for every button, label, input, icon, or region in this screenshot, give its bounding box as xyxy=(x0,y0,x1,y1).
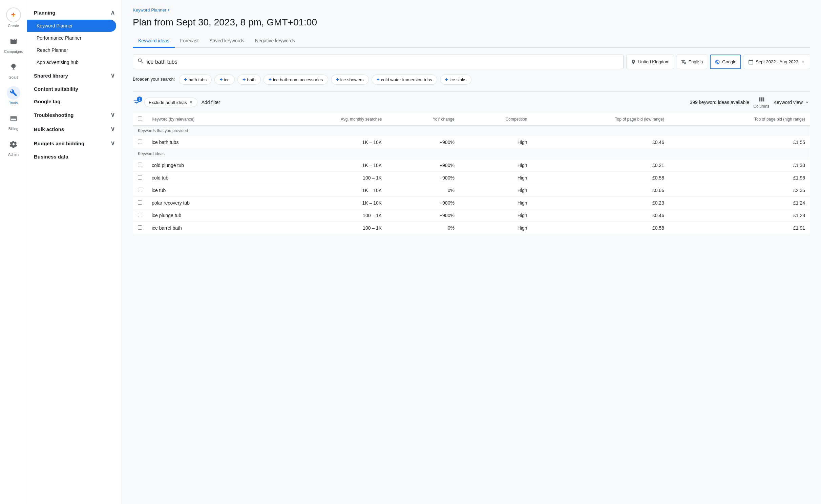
keyword-cell: polar recovery tub xyxy=(147,197,269,209)
add-filter-button[interactable]: Add filter xyxy=(202,100,220,105)
select-all-header[interactable] xyxy=(133,113,147,126)
keyword-cell: ice bath tubs xyxy=(147,136,269,149)
table-row: cold tub 100 – 1K +900% High £0.58 £1.96 xyxy=(133,172,810,184)
tools-nav[interactable]: Tools xyxy=(0,83,27,108)
tools-label: Tools xyxy=(9,101,18,105)
row-checkbox-cell[interactable] xyxy=(133,136,147,149)
reach-planner-item[interactable]: Reach Planner xyxy=(27,44,116,56)
select-all-checkbox[interactable] xyxy=(138,117,142,121)
tab-forecast[interactable]: Forecast xyxy=(175,35,204,48)
broaden-tag-bath-tubs[interactable]: +bath tubs xyxy=(179,75,212,85)
row-checkbox[interactable] xyxy=(138,188,142,192)
goals-label: Goals xyxy=(8,75,18,79)
shared-library-chevron: ∨ xyxy=(110,72,115,79)
bulk-actions-header[interactable]: Bulk actions ∨ xyxy=(27,122,122,136)
table-row: cold plunge tub 1K – 10K +900% High £0.2… xyxy=(133,159,810,172)
bid-high-cell: £2.35 xyxy=(669,184,810,197)
billing-label: Billing xyxy=(8,127,18,131)
yoy-header[interactable]: YoY change xyxy=(386,113,459,126)
provided-keywords-label: Keywords that you provided xyxy=(133,126,810,136)
budgets-bidding-section: Budgets and bidding ∨ xyxy=(27,136,122,150)
tab-saved-keywords[interactable]: Saved keywords xyxy=(204,35,250,48)
broaden-tag-ice-sinks[interactable]: +ice sinks xyxy=(440,75,471,85)
breadcrumb[interactable]: Keyword Planner › xyxy=(133,7,810,13)
google-tag-header[interactable]: Google tag xyxy=(27,95,122,108)
bid-high-cell: £1.96 xyxy=(669,172,810,184)
shared-library-header[interactable]: Shared library ∨ xyxy=(27,68,122,83)
bid-low-cell: £0.46 xyxy=(532,209,669,222)
bulk-actions-chevron: ∨ xyxy=(110,125,115,133)
close-chip-icon[interactable]: ✕ xyxy=(189,100,193,105)
planning-header[interactable]: Planning ∧ xyxy=(27,5,122,20)
language-filter[interactable]: English xyxy=(677,55,708,69)
avg-searches-cell: 1K – 10K xyxy=(269,136,386,149)
avg-searches-cell: 1K – 10K xyxy=(269,159,386,172)
keyword-planner-item[interactable]: Keyword Planner xyxy=(27,20,116,32)
bid-high-header[interactable]: Top of page bid (high range) xyxy=(669,113,810,126)
competition-header[interactable]: Competition xyxy=(459,113,532,126)
create-button[interactable]: + Create xyxy=(0,4,27,31)
app-advertising-item[interactable]: App advertising hub xyxy=(27,56,116,68)
competition-cell: High xyxy=(459,197,532,209)
table-toolbar: 1 Exclude adult ideas ✕ Add filter 399 k… xyxy=(133,91,810,113)
plus-icon: + xyxy=(219,77,223,83)
yoy-cell: 0% xyxy=(386,222,459,234)
date-range-filter[interactable]: Sept 2022 - Aug 2023 xyxy=(744,55,810,69)
plus-icon: + xyxy=(184,77,187,83)
bid-high-cell: £1.55 xyxy=(669,136,810,149)
business-data-header[interactable]: Business data xyxy=(27,150,122,163)
broaden-tag-bathroom-accessories[interactable]: +ice bathroom accessories xyxy=(264,75,328,85)
admin-nav[interactable]: Admin xyxy=(0,134,27,160)
tab-keyword-ideas[interactable]: Keyword ideas xyxy=(133,35,175,48)
broaden-tag-ice-showers[interactable]: +ice showers xyxy=(331,75,369,85)
bid-low-header[interactable]: Top of page bid (low range) xyxy=(532,113,669,126)
bid-high-cell: £1.24 xyxy=(669,197,810,209)
content-suitability-header[interactable]: Content suitability xyxy=(27,83,122,95)
row-checkbox[interactable] xyxy=(138,225,142,230)
keyword-ideas-section: Keyword ideas xyxy=(133,149,810,159)
broaden-tag-cold-water-immersion[interactable]: +cold water immersion tubs xyxy=(372,75,437,85)
keyword-column-header[interactable]: Keyword (by relevance) xyxy=(147,113,269,126)
campaigns-nav[interactable]: Campaigns xyxy=(0,31,27,57)
main-content: Keyword Planner › Plan from Sept 30, 202… xyxy=(122,0,821,504)
filter-icon-button[interactable]: 1 xyxy=(133,99,140,106)
search-wrapper xyxy=(133,55,624,69)
campaigns-label: Campaigns xyxy=(4,49,23,54)
budgets-bidding-header[interactable]: Budgets and bidding ∨ xyxy=(27,136,122,150)
network-label: Google xyxy=(722,59,736,64)
table-row: ice barrel bath 100 – 1K 0% High £0.58 £… xyxy=(133,222,810,234)
bid-high-cell: £1.30 xyxy=(669,159,810,172)
table-header-row: Keyword (by relevance) Avg. monthly sear… xyxy=(133,113,810,126)
billing-nav[interactable]: Billing xyxy=(0,108,27,134)
plus-icon: + xyxy=(336,77,339,83)
broaden-tag-bath[interactable]: +bath xyxy=(237,75,261,85)
yoy-cell: +900% xyxy=(386,136,459,149)
row-checkbox[interactable] xyxy=(138,175,142,180)
performance-planner-item[interactable]: Performance Planner xyxy=(27,32,116,44)
exclude-adult-chip[interactable]: Exclude adult ideas ✕ xyxy=(144,98,197,107)
keyword-search-input[interactable] xyxy=(147,59,619,65)
row-checkbox[interactable] xyxy=(138,213,142,217)
plus-icon: + xyxy=(377,77,380,83)
location-label: United Kingdom xyxy=(638,59,670,64)
columns-button[interactable]: Columns xyxy=(753,96,769,109)
yoy-cell: +900% xyxy=(386,209,459,222)
row-checkbox[interactable] xyxy=(138,200,142,205)
create-label: Create xyxy=(8,24,19,28)
keyword-cell: ice barrel bath xyxy=(147,222,269,234)
location-filter[interactable]: United Kingdom xyxy=(626,55,674,69)
network-filter[interactable]: Google xyxy=(710,55,741,69)
row-checkbox[interactable] xyxy=(138,163,142,167)
search-icon xyxy=(137,58,144,66)
broaden-tag-ice[interactable]: +ice xyxy=(214,75,235,85)
planning-section: Planning ∧ Keyword Planner Performance P… xyxy=(27,5,122,68)
provided-keywords-section: Keywords that you provided xyxy=(133,126,810,136)
bid-high-cell: £1.28 xyxy=(669,209,810,222)
troubleshooting-header[interactable]: Troubleshooting ∨ xyxy=(27,108,122,122)
row-checkbox[interactable] xyxy=(138,140,142,144)
keyword-cell: cold tub xyxy=(147,172,269,184)
goals-nav[interactable]: Goals xyxy=(0,57,27,83)
tab-negative-keywords[interactable]: Negative keywords xyxy=(250,35,300,48)
keyword-view-button[interactable]: Keyword view xyxy=(774,99,810,105)
avg-searches-header[interactable]: Avg. monthly searches xyxy=(269,113,386,126)
